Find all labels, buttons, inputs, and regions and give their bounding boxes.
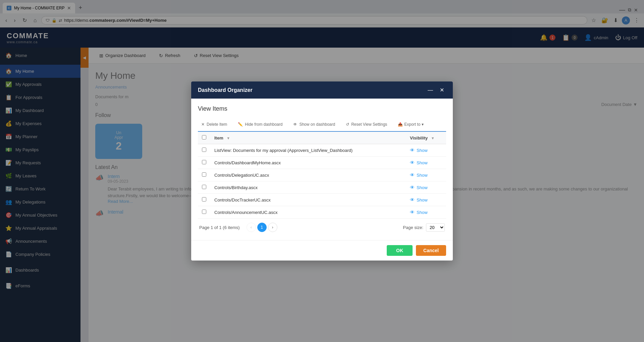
modal-footer: OK Cancel <box>191 240 453 261</box>
row-2-visibility-cell: 👁 Show <box>410 160 442 165</box>
page-size-label: Page size: <box>403 225 423 230</box>
row-1-visibility-cell: 👁 Show <box>410 148 442 153</box>
row-2-checkbox-cell <box>198 157 210 169</box>
row-2-checkbox[interactable] <box>202 160 206 164</box>
table-row: Controls/AnnouncementUC.ascx 👁 Show <box>198 206 446 219</box>
pagination-text: Page 1 of 1 (6 items) <box>199 225 240 230</box>
hide-label: Hide from dashboard <box>245 122 282 127</box>
row-6-checkbox[interactable] <box>202 210 206 214</box>
next-page-btn[interactable]: › <box>268 223 277 232</box>
row-2-visibility: 👁 Show <box>406 157 446 169</box>
item-header-label: Item <box>214 135 223 140</box>
export-to-btn[interactable]: 📤 Export to ▾ <box>394 120 427 128</box>
row-3-visibility-cell: 👁 Show <box>410 172 442 178</box>
delete-icon: ✕ <box>201 122 205 127</box>
export-label: Export to <box>404 122 420 127</box>
row-2-visibility-label: Show <box>417 160 428 165</box>
modal-body: View Items ✕ Delete Item ✏️ Hide from da… <box>191 99 453 240</box>
visibility-header-label: Visibility <box>410 135 428 140</box>
table-header-row: Item ▼ Visibility ▼ <box>198 132 446 144</box>
row-3-checkbox[interactable] <box>202 172 206 177</box>
row-6-visibility-label: Show <box>417 210 428 215</box>
row-1-visibility-label: Show <box>417 148 428 153</box>
row-6-visibility: 👁 Show <box>406 206 446 219</box>
visibility-column-header: Visibility ▼ <box>406 132 446 144</box>
row-5-visibility-cell: 👁 Show <box>410 197 442 203</box>
row-4-item: Controls/Birthday.ascx <box>210 181 406 194</box>
row-4-visibility-label: Show <box>417 185 428 190</box>
modal-reset-view-btn[interactable]: ↺ Reset View Settings <box>342 120 390 128</box>
modal-header: Dashboard Organizer — ✕ <box>191 81 453 99</box>
row-5-visibility-label: Show <box>417 197 428 203</box>
row-6-checkbox-cell <box>198 206 210 219</box>
dashboard-organizer-modal: Dashboard Organizer — ✕ View Items <box>191 81 453 261</box>
hide-from-dashboard-btn[interactable]: ✏️ Hide from dashboard <box>234 120 286 128</box>
hide-icon: ✏️ <box>238 122 243 127</box>
row-3-checkbox-cell <box>198 169 210 181</box>
reset-view-icon: ↺ <box>346 122 349 127</box>
modal-minimize-btn[interactable]: — <box>426 86 435 94</box>
show-label: Show on dashboard <box>299 122 335 127</box>
row-1-item: ListView: Documents for my approval (App… <box>210 144 406 157</box>
row-5-item: Controls/DocTrackerUC.ascx <box>210 194 406 206</box>
modal-title: Dashboard Organizer <box>198 87 253 93</box>
pagination-nav: ‹ 1 › <box>247 223 277 232</box>
show-eye-icon: 👁 <box>293 122 297 127</box>
table-body: ListView: Documents for my approval (App… <box>198 144 446 219</box>
row-2-eye-icon: 👁 <box>410 160 415 165</box>
table-row: Controls/DashboardMyHome.ascx 👁 Show <box>198 157 446 169</box>
row-6-eye-icon: 👁 <box>410 210 415 215</box>
delete-label: Delete Item <box>207 122 227 127</box>
delete-item-btn[interactable]: ✕ Delete Item <box>198 120 230 128</box>
show-on-dashboard-btn[interactable]: 👁 Show on dashboard <box>290 120 338 128</box>
cancel-btn[interactable]: Cancel <box>416 245 446 256</box>
export-icon: 📤 <box>398 122 403 127</box>
page-1-btn[interactable]: 1 <box>257 223 267 232</box>
content-area: ⊞ Organize Dashboard ↻ Refresh ↺ Reset V… <box>89 48 644 342</box>
row-4-checkbox-cell <box>198 181 210 194</box>
modal-reset-label: Reset View Settings <box>351 122 387 127</box>
items-table: Item ▼ Visibility ▼ <box>198 132 446 219</box>
item-column-header: Item ▼ <box>210 132 406 144</box>
item-filter-icon[interactable]: ▼ <box>226 136 230 140</box>
row-1-checkbox-cell <box>198 144 210 157</box>
row-1-checkbox[interactable] <box>202 148 206 152</box>
export-dropdown-icon: ▾ <box>422 122 424 127</box>
ok-btn[interactable]: OK <box>387 245 413 256</box>
row-3-eye-icon: 👁 <box>410 172 415 178</box>
row-5-visibility: 👁 Show <box>406 194 446 206</box>
modal-backdrop: Dashboard Organizer — ✕ View Items <box>89 48 644 342</box>
row-3-item: Controls/DelegationUC.ascx <box>210 169 406 181</box>
row-3-visibility-label: Show <box>417 173 428 178</box>
page-size-select[interactable]: 20 50 100 <box>426 223 445 232</box>
modal-toolbar: ✕ Delete Item ✏️ Hide from dashboard 👁 S… <box>198 118 446 132</box>
select-all-checkbox[interactable] <box>202 135 206 139</box>
table-row: Controls/Birthday.ascx 👁 Show <box>198 181 446 194</box>
pagination-info: Page 1 of 1 (6 items) ‹ 1 › <box>199 223 277 232</box>
visibility-filter-icon[interactable]: ▼ <box>431 136 435 140</box>
row-6-item: Controls/AnnouncementUC.ascx <box>210 206 406 219</box>
row-1-visibility: 👁 Show <box>406 144 446 157</box>
row-4-checkbox[interactable] <box>202 185 206 189</box>
row-5-eye-icon: 👁 <box>410 197 415 203</box>
table-row: Controls/DelegationUC.ascx 👁 Show <box>198 169 446 181</box>
row-6-visibility-cell: 👁 Show <box>410 210 442 215</box>
prev-page-btn[interactable]: ‹ <box>247 223 256 232</box>
table-row: Controls/DocTrackerUC.ascx 👁 Show <box>198 194 446 206</box>
row-3-visibility: 👁 Show <box>406 169 446 181</box>
row-5-checkbox-cell <box>198 194 210 206</box>
pagination: Page 1 of 1 (6 items) ‹ 1 › Page size: <box>198 219 446 233</box>
modal-header-actions: — ✕ <box>426 86 446 94</box>
pagination-size: Page size: 20 50 100 <box>403 223 445 232</box>
row-4-visibility: 👁 Show <box>406 181 446 194</box>
row-1-eye-icon: 👁 <box>410 148 415 153</box>
row-4-eye-icon: 👁 <box>410 185 415 190</box>
table-row: ListView: Documents for my approval (App… <box>198 144 446 157</box>
app-container: COMMATE www.commate.ca 🔔 1 📋 0 👤 cAdmin <box>0 27 644 342</box>
row-2-item: Controls/DashboardMyHome.ascx <box>210 157 406 169</box>
browser-window: C My Home - COMMATE ERP ✕ + — ⧉ ✕ ‹ › ↻ … <box>0 0 644 342</box>
modal-close-btn[interactable]: ✕ <box>438 86 446 94</box>
row-4-visibility-cell: 👁 Show <box>410 185 442 190</box>
row-5-checkbox[interactable] <box>202 197 206 202</box>
select-all-header <box>198 132 210 144</box>
